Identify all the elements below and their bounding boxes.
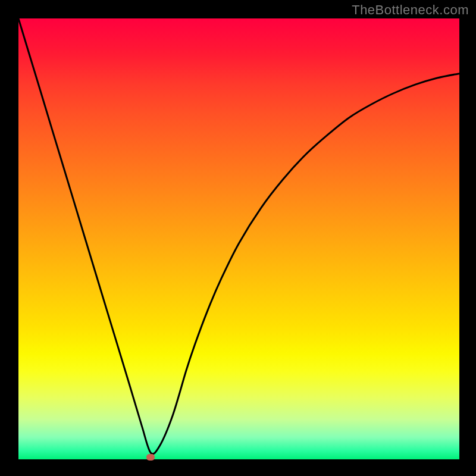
curve-svg: [18, 18, 459, 459]
watermark-text: TheBottleneck.com: [352, 2, 469, 18]
minimum-marker: [146, 454, 155, 461]
bottleneck-curve-path: [18, 18, 459, 454]
plot-area: [18, 18, 459, 459]
